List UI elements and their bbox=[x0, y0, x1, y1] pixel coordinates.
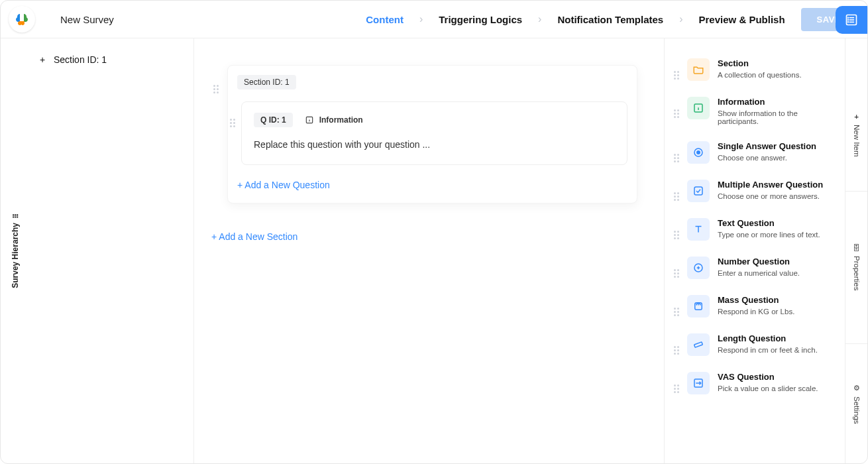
checklist-tab-button[interactable] bbox=[836, 6, 867, 34]
expand-icon[interactable]: + bbox=[38, 54, 47, 65]
item-text-question[interactable]: Text Question Type one or more lines of … bbox=[671, 210, 840, 249]
drag-handle-icon[interactable] bbox=[674, 146, 679, 162]
item-desc: Choose one or more answers. bbox=[718, 192, 823, 200]
hierarchy-panel: + Section ID: 1 bbox=[30, 38, 194, 463]
item-desc: Show information to the participants. bbox=[718, 109, 837, 125]
radio-icon bbox=[687, 141, 710, 164]
add-question-button[interactable]: + Add a New Question bbox=[237, 180, 330, 190]
scale-icon bbox=[687, 295, 710, 318]
crumb-triggering-logics[interactable]: Triggering Logics bbox=[439, 14, 522, 25]
item-desc: Enter a numerical value. bbox=[718, 269, 800, 277]
survey-hierarchy-label: Survey Hierarchy ⠿ bbox=[11, 213, 20, 288]
tab-label: Properties bbox=[853, 256, 861, 290]
svg-rect-15 bbox=[694, 187, 702, 195]
question-card[interactable]: Q ID: 1 Information Replace this questio… bbox=[241, 101, 627, 165]
item-number-question[interactable]: Number Question Enter a numerical value. bbox=[671, 249, 840, 287]
brain-icon bbox=[14, 11, 30, 27]
items-panel: Section A collection of questions. Infor… bbox=[665, 38, 845, 463]
question-drag-handle[interactable] bbox=[230, 111, 235, 127]
item-information[interactable]: Information Show information to the part… bbox=[671, 89, 840, 133]
item-length-question[interactable]: Length Question Respond in cm or feet & … bbox=[671, 325, 840, 364]
crumb-notification-templates[interactable]: Notification Templates bbox=[557, 14, 663, 25]
crumb-preview-publish[interactable]: Preview & Publish bbox=[699, 14, 785, 25]
chevron-right-icon: › bbox=[419, 13, 423, 25]
tree-icon: ⠿ bbox=[11, 213, 20, 219]
checklist-icon bbox=[845, 13, 858, 27]
item-desc: Choose one answer. bbox=[718, 154, 816, 162]
svg-point-4 bbox=[848, 17, 849, 18]
item-multiple-answer[interactable]: Multiple Answer Question Choose one or m… bbox=[671, 172, 840, 210]
item-name: Length Question bbox=[718, 333, 818, 343]
number-icon bbox=[687, 257, 710, 279]
item-mass-question[interactable]: Mass Question Respond in KG or Lbs. bbox=[671, 287, 840, 325]
item-name: Text Question bbox=[718, 218, 820, 228]
hierarchy-rail-text: Survey Hierarchy bbox=[11, 223, 20, 288]
svg-point-6 bbox=[848, 22, 849, 23]
hierarchy-row-label: Section ID: 1 bbox=[54, 54, 107, 65]
item-name: Number Question bbox=[718, 257, 800, 266]
plus-icon: + bbox=[854, 113, 859, 121]
question-id-pill: Q ID: 1 bbox=[254, 113, 293, 127]
right-rail: + New Item 🗄 Properties ⚙ Settings bbox=[845, 38, 867, 463]
left-rail: Survey Hierarchy ⠿ bbox=[1, 38, 30, 463]
question-body[interactable]: Replace this question with your question… bbox=[254, 139, 615, 150]
text-icon bbox=[687, 218, 710, 241]
item-name: Multiple Answer Question bbox=[718, 180, 823, 190]
tab-settings[interactable]: ⚙ Settings bbox=[845, 343, 867, 463]
svg-point-14 bbox=[697, 151, 700, 154]
checkbox-icon bbox=[687, 180, 710, 202]
drag-handle-icon[interactable] bbox=[674, 185, 679, 201]
canvas: Section ID: 1 Q ID: 1 In bbox=[194, 38, 665, 463]
item-single-answer[interactable]: Single Answer Question Choose one answer… bbox=[671, 133, 840, 172]
drag-handle-icon[interactable] bbox=[674, 339, 679, 355]
crumb-content[interactable]: Content bbox=[366, 14, 404, 25]
tab-label: New Item bbox=[853, 125, 861, 157]
tab-new-item[interactable]: + New Item bbox=[845, 38, 867, 191]
item-name: VAS Question bbox=[718, 372, 818, 382]
item-name: Mass Question bbox=[718, 295, 794, 305]
properties-icon: 🗄 bbox=[853, 244, 860, 252]
item-name: Single Answer Question bbox=[718, 141, 816, 151]
chevron-right-icon: › bbox=[679, 13, 682, 25]
tab-label: Settings bbox=[853, 396, 861, 424]
item-section[interactable]: Section A collection of questions. bbox=[671, 50, 840, 89]
drag-handle-icon[interactable] bbox=[674, 64, 679, 80]
gear-icon: ⚙ bbox=[853, 384, 860, 392]
item-name: Information bbox=[718, 97, 837, 107]
ruler-icon bbox=[687, 333, 710, 356]
drag-handle-icon[interactable] bbox=[674, 377, 679, 393]
item-desc: Respond in cm or feet & inch. bbox=[718, 346, 818, 354]
brand-logo bbox=[9, 6, 35, 32]
drag-handle-icon[interactable] bbox=[674, 300, 679, 316]
section-id-pill: Section ID: 1 bbox=[237, 75, 296, 89]
item-name: Section bbox=[718, 58, 802, 68]
svg-rect-19 bbox=[694, 342, 703, 347]
section-drag-handle[interactable] bbox=[213, 78, 219, 93]
svg-point-5 bbox=[848, 20, 849, 21]
breadcrumbs: Content › Triggering Logics › Notificati… bbox=[366, 8, 867, 31]
hierarchy-row-section-1[interactable]: + Section ID: 1 bbox=[36, 50, 187, 69]
item-desc: Respond in KG or Lbs. bbox=[718, 308, 794, 316]
question-type-label: Information bbox=[319, 115, 363, 125]
item-desc: Type one or more lines of text. bbox=[718, 231, 820, 239]
question-type: Information bbox=[305, 115, 363, 125]
top-bar: New Survey Content › Triggering Logics ›… bbox=[1, 1, 867, 38]
tab-properties[interactable]: 🗄 Properties bbox=[845, 191, 867, 343]
section-card[interactable]: Section ID: 1 Q ID: 1 In bbox=[227, 65, 637, 203]
slider-icon bbox=[687, 372, 710, 394]
folder-icon bbox=[687, 58, 710, 81]
chevron-right-icon: › bbox=[538, 13, 541, 25]
drag-handle-icon[interactable] bbox=[674, 102, 679, 118]
add-section-button[interactable]: + Add a New Section bbox=[211, 231, 298, 242]
information-icon bbox=[305, 115, 314, 125]
drag-handle-icon[interactable] bbox=[674, 223, 679, 239]
item-desc: Pick a value on a slider scale. bbox=[718, 384, 818, 392]
survey-title: New Survey bbox=[60, 14, 114, 25]
info-icon bbox=[687, 97, 710, 119]
item-desc: A collection of questions. bbox=[718, 71, 802, 79]
drag-handle-icon[interactable] bbox=[674, 262, 679, 278]
item-vas-question[interactable]: VAS Question Pick a value on a slider sc… bbox=[671, 364, 840, 402]
